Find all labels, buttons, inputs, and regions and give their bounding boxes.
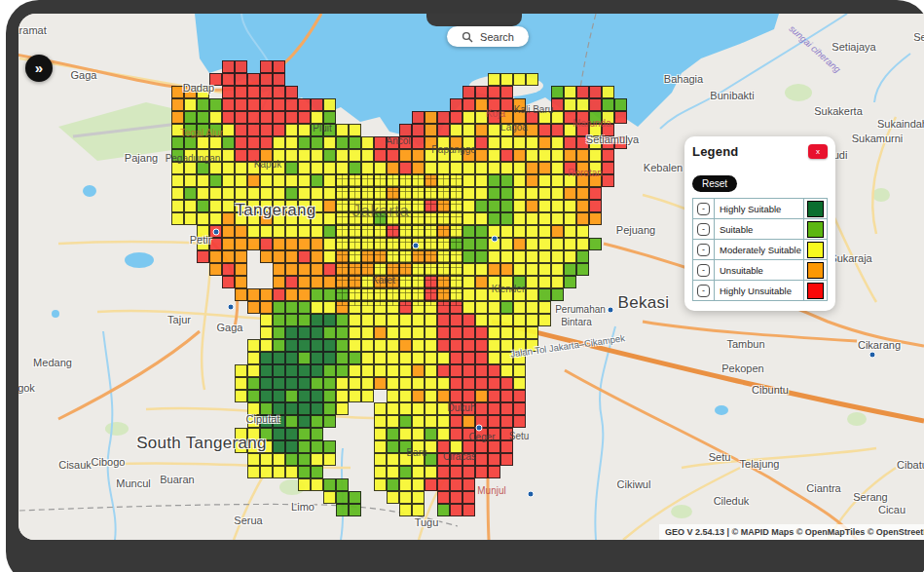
grid-cell[interactable]: [425, 339, 437, 352]
grid-cell[interactable]: [462, 276, 475, 288]
grid-cell[interactable]: [298, 250, 311, 263]
grid-cell[interactable]: [551, 276, 564, 288]
grid-cell[interactable]: [602, 149, 614, 162]
grid-cell[interactable]: [222, 238, 235, 250]
grid-cell[interactable]: [336, 301, 349, 314]
grid-cell[interactable]: [235, 149, 247, 162]
grid-cell[interactable]: [336, 390, 349, 402]
grid-cell[interactable]: [513, 314, 526, 326]
grid-cell[interactable]: [298, 111, 311, 124]
grid-cell[interactable]: [500, 136, 513, 149]
grid-cell[interactable]: [425, 288, 437, 301]
grid-cell[interactable]: [361, 314, 374, 326]
grid-cell[interactable]: [462, 301, 475, 314]
grid-cell[interactable]: [323, 263, 336, 276]
grid-cell[interactable]: [311, 314, 323, 326]
grid-cell[interactable]: [437, 314, 450, 326]
grid-cell[interactable]: [273, 314, 285, 326]
grid-cell[interactable]: [323, 276, 336, 288]
grid-cell[interactable]: [412, 339, 425, 352]
grid-cell[interactable]: [399, 187, 412, 200]
grid-cell[interactable]: [450, 415, 462, 428]
grid-cell[interactable]: [513, 377, 526, 390]
grid-cell[interactable]: [260, 86, 273, 98]
grid-cell[interactable]: [171, 187, 184, 200]
grid-cell[interactable]: [437, 415, 450, 428]
grid-cell[interactable]: [323, 98, 336, 111]
grid-cell[interactable]: [551, 187, 564, 200]
grid-cell[interactable]: [323, 453, 336, 466]
grid-cell[interactable]: [311, 339, 323, 352]
grid-cell[interactable]: [336, 314, 349, 326]
grid-cell[interactable]: [450, 238, 462, 250]
grid-cell[interactable]: [374, 326, 387, 339]
grid-cell[interactable]: [311, 136, 323, 149]
grid-cell[interactable]: [475, 364, 488, 377]
grid-cell[interactable]: [273, 98, 285, 111]
grid-cell[interactable]: [349, 288, 361, 301]
grid-cell[interactable]: [399, 225, 412, 238]
grid-cell[interactable]: [513, 149, 526, 162]
grid-cell[interactable]: [412, 390, 425, 402]
grid-cell[interactable]: [273, 288, 285, 301]
grid-cell[interactable]: [450, 200, 462, 212]
grid-cell[interactable]: [538, 174, 551, 187]
grid-cell[interactable]: [247, 86, 260, 98]
grid-cell[interactable]: [602, 162, 614, 174]
grid-cell[interactable]: [475, 136, 488, 149]
grid-cell[interactable]: [235, 238, 247, 250]
grid-cell[interactable]: [336, 288, 349, 301]
grid-cell[interactable]: [361, 364, 374, 377]
grid-cell[interactable]: [197, 174, 209, 187]
grid-cell[interactable]: [399, 238, 412, 250]
grid-cell[interactable]: [285, 326, 298, 339]
grid-cell[interactable]: [171, 200, 184, 212]
grid-cell[interactable]: [361, 326, 374, 339]
grid-cell[interactable]: [374, 301, 387, 314]
grid-cell[interactable]: [285, 250, 298, 263]
grid-cell[interactable]: [260, 225, 273, 238]
grid-cell[interactable]: [475, 225, 488, 238]
grid-cell[interactable]: [361, 149, 374, 162]
grid-cell[interactable]: [488, 86, 500, 98]
grid-cell[interactable]: [513, 136, 526, 149]
grid-cell[interactable]: [361, 187, 374, 200]
grid-cell[interactable]: [273, 428, 285, 440]
grid-cell[interactable]: [387, 364, 399, 377]
grid-cell[interactable]: [222, 111, 235, 124]
grid-cell[interactable]: [399, 466, 412, 478]
grid-cell[interactable]: [171, 98, 184, 111]
grid-cell[interactable]: [260, 250, 273, 263]
grid-cell[interactable]: [399, 314, 412, 326]
grid-cell[interactable]: [399, 491, 412, 504]
grid-cell[interactable]: [462, 504, 475, 516]
grid-cell[interactable]: [285, 111, 298, 124]
grid-cell[interactable]: [387, 352, 399, 364]
grid-cell[interactable]: [564, 200, 576, 212]
grid-cell[interactable]: [222, 86, 235, 98]
grid-cell[interactable]: [298, 136, 311, 149]
grid-cell[interactable]: [412, 136, 425, 149]
grid-cell[interactable]: [374, 339, 387, 352]
grid-cell[interactable]: [260, 136, 273, 149]
grid-cell[interactable]: [412, 402, 425, 415]
grid-cell[interactable]: [475, 326, 488, 339]
grid-cell[interactable]: [235, 250, 247, 263]
grid-cell[interactable]: [450, 352, 462, 364]
grid-cell[interactable]: [311, 377, 323, 390]
grid-cell[interactable]: [323, 187, 336, 200]
grid-cell[interactable]: [273, 453, 285, 466]
grid-cell[interactable]: [475, 162, 488, 174]
grid-cell[interactable]: [235, 174, 247, 187]
grid-cell[interactable]: [513, 390, 526, 402]
grid-cell[interactable]: [462, 288, 475, 301]
grid-cell[interactable]: [450, 124, 462, 136]
grid-cell[interactable]: [336, 212, 349, 225]
grid-cell[interactable]: [437, 288, 450, 301]
grid-cell[interactable]: [311, 364, 323, 377]
grid-cell[interactable]: [513, 263, 526, 276]
grid-cell[interactable]: [488, 415, 500, 428]
grid-cell[interactable]: [323, 200, 336, 212]
grid-cell[interactable]: [209, 174, 222, 187]
grid-cell[interactable]: [450, 314, 462, 326]
